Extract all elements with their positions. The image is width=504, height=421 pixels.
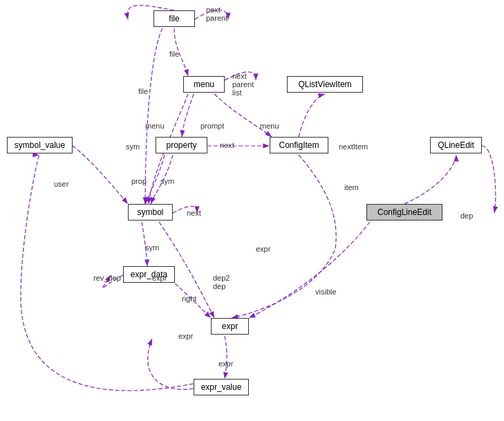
edge-label-parent2: parent	[232, 80, 254, 88]
node-expr-value: expr_value	[194, 379, 249, 395]
edge-label-file2: file	[138, 87, 148, 95]
edge-label-expr4: expr	[178, 332, 193, 340]
node-symbol-value: symbol_value	[7, 137, 73, 153]
edge-label-next2: next	[232, 72, 247, 80]
edge-label-prop: prop	[131, 177, 147, 185]
edge-label-sym1: sym	[126, 142, 140, 151]
edge-label-sym3: sym	[145, 243, 159, 252]
edge-label-file1: file	[169, 50, 179, 58]
edge-label-dep3: dep	[213, 282, 225, 290]
node-qlistviewitem: QListViewItem	[287, 76, 363, 93]
edge-label-dep2: dep2	[213, 274, 230, 282]
node-configitem: ConfigItem	[270, 137, 328, 153]
edge-label-revdep: rev_dep	[93, 274, 121, 282]
edge-label-visible: visible	[315, 288, 337, 296]
edge-label-list: list	[232, 88, 241, 97]
edge-label-expr3: expr	[218, 359, 233, 368]
edge-label-next1: next	[206, 6, 221, 14]
edge-label-expr2: expr	[152, 274, 167, 282]
node-expr-data: expr_data	[123, 266, 175, 283]
edge-label-expr1: expr	[256, 245, 270, 253]
edge-label-prompt: prompt	[200, 122, 224, 130]
node-menu: menu	[183, 76, 225, 93]
edge-label-next3: next	[220, 141, 234, 149]
edge-label-sym2: sym	[160, 177, 174, 185]
edge-label-dep1: dep	[460, 212, 473, 220]
node-file: file	[153, 10, 195, 27]
edge-label-nextitem: nextItem	[339, 142, 368, 151]
node-configlineedit: ConfigLineEdit	[366, 204, 442, 221]
node-expr: expr	[211, 318, 249, 335]
edge-label-parent1: parent	[206, 14, 227, 22]
edge-label-next4: next	[187, 209, 201, 217]
node-symbol: symbol	[128, 204, 173, 221]
edge-label-item: item	[344, 183, 359, 191]
node-property: property	[156, 137, 207, 153]
edge-label-right: right	[182, 294, 196, 303]
edge-label-menu1: menu	[145, 122, 165, 130]
edge-label-menu2: menu	[260, 122, 279, 130]
node-qlineedit: QLineEdit	[430, 137, 482, 153]
edge-label-user: user	[54, 180, 68, 188]
diagram-container: file menu QListViewItem symbol_value pro…	[0, 0, 504, 421]
